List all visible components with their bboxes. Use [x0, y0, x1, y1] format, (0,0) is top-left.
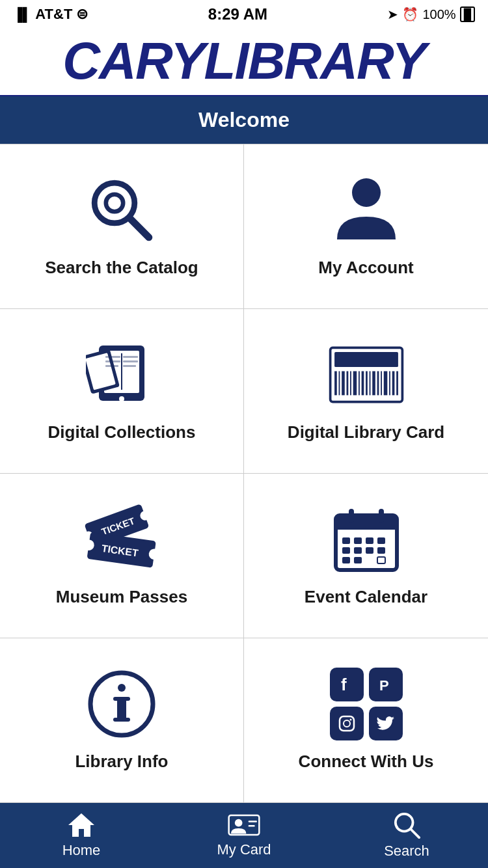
svg-point-3 — [352, 178, 381, 207]
svg-rect-29 — [377, 372, 379, 396]
tickets-icon: TICKET TICKET — [83, 504, 161, 575]
svg-rect-23 — [353, 372, 357, 396]
twitter-icon — [376, 714, 396, 733]
tab-home-label: Home — [62, 842, 101, 859]
carrier-label: AT&T — [35, 6, 72, 23]
svg-rect-52 — [342, 547, 350, 554]
svg-line-75 — [411, 829, 419, 837]
svg-rect-12 — [105, 365, 118, 367]
svg-rect-49 — [354, 537, 362, 544]
svg-text:f: f — [341, 675, 347, 694]
svg-rect-22 — [350, 372, 351, 396]
svg-rect-33 — [392, 372, 394, 396]
instagram-icon — [337, 714, 357, 733]
svg-rect-47 — [379, 509, 384, 523]
tab-search[interactable]: Search — [325, 803, 488, 868]
svg-rect-31 — [383, 372, 387, 396]
ebook-icon — [86, 339, 157, 411]
svg-rect-19 — [338, 372, 340, 396]
svg-rect-13 — [123, 356, 138, 358]
svg-rect-73 — [249, 825, 255, 827]
my-account-icon-wrap — [334, 174, 399, 246]
svg-rect-66 — [340, 716, 354, 731]
svg-rect-17 — [334, 352, 398, 367]
svg-point-1 — [106, 195, 123, 211]
facebook-icon: f — [337, 675, 357, 694]
connect-with-us-icon-wrap: f P — [330, 668, 403, 740]
tab-home[interactable]: Home — [0, 803, 163, 868]
svg-rect-45 — [336, 523, 397, 530]
instagram-icon-box — [330, 707, 364, 740]
signal-icon: ▐▌ — [13, 7, 31, 22]
svg-rect-56 — [342, 557, 350, 563]
svg-point-67 — [344, 720, 350, 727]
info-icon — [86, 668, 157, 740]
svg-rect-10 — [105, 356, 120, 358]
social-icons-grid: f P — [330, 668, 403, 740]
digital-library-card-icon-wrap — [327, 339, 405, 411]
grid-item-connect-with-us[interactable]: f P — [244, 638, 488, 803]
svg-point-68 — [349, 719, 351, 721]
svg-rect-63 — [113, 718, 130, 722]
twitter-icon-box — [369, 707, 403, 740]
magnifier-icon — [86, 174, 157, 246]
svg-text:P: P — [379, 677, 389, 694]
grid-item-digital-collections[interactable]: Digital Collections — [0, 309, 244, 474]
tab-bar: Home My Card Search — [0, 803, 488, 868]
digital-collections-label: Digital Collections — [48, 422, 196, 442]
svg-rect-53 — [354, 547, 362, 554]
grid-item-digital-library-card[interactable]: Digital Library Card — [244, 309, 488, 474]
location-icon: ➤ — [387, 7, 398, 22]
wifi-icon: ⊜ — [76, 6, 88, 23]
tab-my-card-label: My Card — [217, 841, 271, 858]
status-bar: ▐▌ AT&T ⊜ 8:29 AM ➤ ⏰ 100% █ — [0, 0, 488, 29]
svg-rect-32 — [389, 372, 390, 396]
svg-rect-24 — [359, 372, 360, 396]
search-catalog-icon-wrap — [86, 174, 157, 246]
svg-rect-62 — [113, 697, 130, 701]
tab-my-card[interactable]: My Card — [163, 803, 325, 868]
museum-passes-icon-wrap: TICKET TICKET — [83, 504, 161, 575]
svg-marker-69 — [68, 813, 94, 837]
grid-item-my-account[interactable]: My Account — [244, 144, 488, 309]
logo-library: LIBRARY — [204, 32, 426, 90]
svg-line-2 — [130, 219, 149, 238]
svg-rect-14 — [123, 360, 138, 362]
svg-rect-34 — [396, 372, 398, 396]
svg-rect-57 — [354, 557, 362, 563]
svg-rect-46 — [349, 509, 354, 523]
svg-rect-54 — [366, 547, 373, 554]
digital-library-card-label: Digital Library Card — [288, 422, 444, 442]
connect-with-us-label: Connect With Us — [299, 752, 434, 772]
grid-item-library-info[interactable]: Library Info — [0, 638, 244, 803]
svg-rect-21 — [346, 372, 348, 396]
grid-item-event-calendar[interactable]: Event Calendar — [244, 474, 488, 638]
status-time: 8:29 AM — [208, 5, 267, 23]
library-info-icon-wrap — [86, 668, 157, 740]
person-icon — [334, 174, 399, 246]
svg-rect-58 — [377, 557, 385, 563]
svg-rect-15 — [123, 365, 136, 367]
digital-collections-icon-wrap — [86, 339, 157, 411]
svg-rect-27 — [369, 372, 370, 396]
battery-label: 100% — [422, 7, 455, 22]
pinterest-icon: P — [376, 675, 396, 694]
calendar-icon — [331, 504, 402, 575]
svg-point-6 — [119, 396, 124, 401]
facebook-icon-box: f — [330, 668, 364, 701]
svg-rect-11 — [105, 360, 120, 362]
alarm-icon: ⏰ — [402, 7, 418, 22]
svg-rect-26 — [366, 372, 368, 396]
pinterest-icon-box: P — [369, 668, 403, 701]
grid-item-search-catalog[interactable]: Search the Catalog — [0, 144, 244, 309]
main-grid: Search the Catalog My Account — [0, 144, 488, 803]
svg-rect-25 — [361, 372, 364, 396]
svg-rect-50 — [366, 537, 373, 544]
search-tab-icon — [393, 811, 420, 839]
my-card-tab-icon — [228, 813, 260, 837]
home-tab-icon — [67, 812, 96, 838]
museum-passes-label: Museum Passes — [56, 587, 187, 607]
grid-item-museum-passes[interactable]: TICKET TICKET Museum Passes — [0, 474, 244, 638]
my-account-label: My Account — [318, 258, 413, 278]
svg-rect-20 — [342, 372, 345, 396]
